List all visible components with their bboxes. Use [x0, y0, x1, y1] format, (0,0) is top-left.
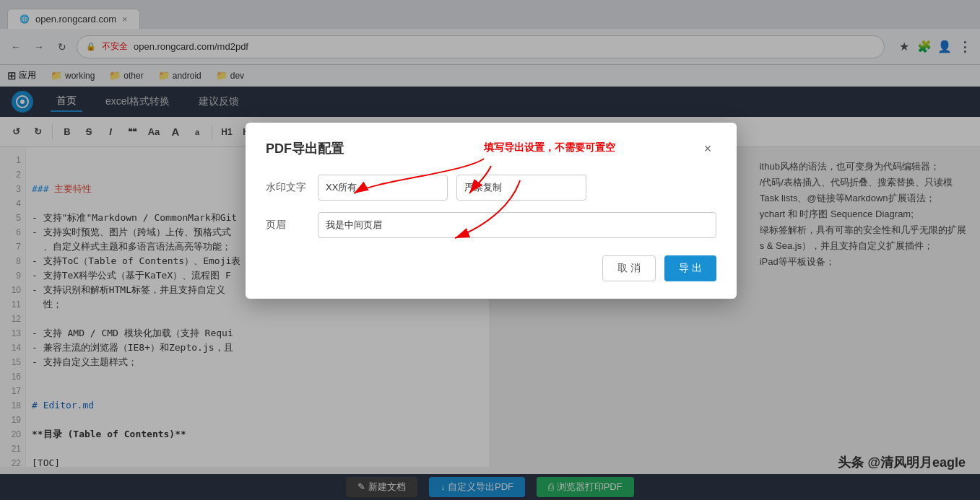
dialog-title: PDF导出配置 — [266, 140, 344, 157]
watermark-row: 水印文字 — [266, 175, 716, 201]
watermark-input[interactable] — [318, 175, 448, 201]
dialog-close-button[interactable]: × — [699, 140, 716, 157]
pdf-export-dialog: PDF导出配置 × 水印文字 页眉 取 消 导 出 — [246, 123, 737, 299]
footer-label: 页眉 — [266, 219, 309, 232]
watermark-label: 水印文字 — [266, 181, 309, 194]
dialog-header: PDF导出配置 × — [266, 140, 716, 157]
dialog-actions: 取 消 导 出 — [266, 255, 716, 281]
nocopy-input[interactable] — [456, 175, 586, 201]
export-button[interactable]: 导 出 — [664, 255, 716, 281]
cancel-button[interactable]: 取 消 — [602, 255, 656, 281]
footer-input[interactable] — [318, 212, 716, 238]
footer-row: 页眉 — [266, 212, 716, 238]
